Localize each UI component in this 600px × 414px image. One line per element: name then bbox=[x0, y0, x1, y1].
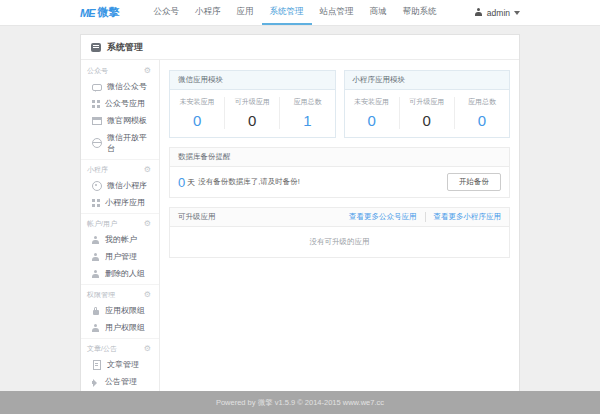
sidebar-item-label: 微信公众号 bbox=[107, 81, 147, 92]
gear-icon[interactable]: ⚙ bbox=[144, 166, 151, 174]
gear-icon[interactable]: ⚙ bbox=[144, 345, 151, 353]
wechat-icon bbox=[92, 84, 102, 91]
stat-card-title: 微信应用模块 bbox=[170, 71, 335, 90]
sidebar-section-header: 小程序⚙ bbox=[81, 160, 159, 177]
stat-metric: 未安装应用0 bbox=[345, 97, 400, 129]
sidebar-item-app-permission-group[interactable]: 应用权限组 bbox=[81, 302, 159, 319]
gear-icon[interactable]: ⚙ bbox=[144, 220, 151, 228]
sidebar-section-header: 文章/公告⚙ bbox=[81, 339, 159, 356]
template-icon bbox=[92, 117, 102, 125]
doc-icon bbox=[93, 360, 101, 370]
sidebar: 公众号⚙微信公众号公众号应用微官网模板微信开放平台小程序⚙微信小程序小程序应用帐… bbox=[81, 60, 160, 414]
stat-metric-value: 0 bbox=[225, 112, 279, 129]
nav-item-apps[interactable]: 应用 bbox=[229, 0, 262, 25]
sidebar-item-label: 我的帐户 bbox=[105, 234, 137, 245]
link-more-official-apps[interactable]: 查看更多公众号应用 bbox=[349, 212, 417, 222]
sidebar-section-title: 帐户/用户 bbox=[87, 219, 117, 229]
person-icon bbox=[92, 253, 100, 261]
stat-card-miniprogram-app-modules: 小程序应用模块未安装应用0可升级应用0应用总数0 bbox=[344, 70, 511, 138]
sidebar-item-miniprogram-apps[interactable]: 小程序应用 bbox=[81, 194, 159, 211]
sidebar-section-title: 小程序 bbox=[87, 165, 108, 175]
page-footer: Powered by 微擎 v1.5.9 © 2014-2015 www.we7… bbox=[0, 391, 600, 414]
sidebar-item-label: 微官网模板 bbox=[107, 115, 147, 126]
sidebar-section-title: 公众号 bbox=[87, 66, 108, 76]
person-icon bbox=[92, 324, 100, 332]
stat-metric-label: 应用总数 bbox=[455, 97, 509, 107]
sidebar-item-article-management[interactable]: 文章管理 bbox=[81, 356, 159, 373]
platform-icon bbox=[92, 138, 102, 148]
app-logo[interactable]: ME 微擎 bbox=[80, 5, 120, 20]
stat-card-body: 未安装应用0可升级应用0应用总数0 bbox=[345, 90, 510, 137]
stat-metric-value: 0 bbox=[170, 112, 224, 129]
backup-days-count: 0 bbox=[178, 175, 185, 190]
nav-item-mall[interactable]: 商城 bbox=[362, 0, 395, 25]
stat-metric-label: 未安装应用 bbox=[170, 97, 224, 107]
stat-metric-value: 0 bbox=[455, 112, 509, 129]
top-navbar: ME 微擎 公众号小程序应用系统管理站点管理商城帮助系统 admin bbox=[0, 0, 600, 26]
apps-icon bbox=[92, 199, 100, 207]
stat-card-title: 小程序应用模块 bbox=[345, 71, 510, 90]
page-container: 系统管理 公众号⚙微信公众号公众号应用微官网模板微信开放平台小程序⚙微信小程序小… bbox=[80, 34, 520, 414]
sidebar-item-label: 应用权限组 bbox=[105, 305, 145, 316]
sidebar-item-user-management[interactable]: 用户管理 bbox=[81, 248, 159, 265]
sidebar-item-wechat-official[interactable]: 微信公众号 bbox=[81, 78, 159, 95]
speaker-icon bbox=[92, 378, 100, 386]
sidebar-section-header: 权限管理⚙ bbox=[81, 285, 159, 302]
main-nav: 公众号小程序应用系统管理站点管理商城帮助系统 bbox=[146, 0, 445, 25]
sidebar-section-title: 权限管理 bbox=[87, 290, 115, 300]
chevron-down-icon bbox=[514, 11, 520, 15]
sidebar-item-label: 文章管理 bbox=[107, 359, 139, 370]
start-backup-button[interactable]: 开始备份 bbox=[447, 173, 501, 191]
backup-panel-title: 数据库备份提醒 bbox=[178, 152, 231, 162]
nav-item-system[interactable]: 系统管理 bbox=[262, 0, 312, 25]
nav-item-official-account[interactable]: 公众号 bbox=[146, 0, 188, 25]
gear-icon[interactable]: ⚙ bbox=[144, 291, 151, 299]
sidebar-item-label: 用户管理 bbox=[105, 251, 137, 262]
footer-text: Powered by 微擎 v1.5.9 © 2014-2015 www.we7… bbox=[216, 398, 384, 408]
logo-mark-icon: ME bbox=[80, 7, 95, 19]
sidebar-item-label: 小程序应用 bbox=[105, 197, 145, 208]
page-title: 系统管理 bbox=[107, 41, 143, 54]
system-manage-icon bbox=[91, 43, 101, 52]
page-title-bar: 系统管理 bbox=[81, 35, 519, 60]
user-menu[interactable]: admin bbox=[474, 8, 520, 18]
sidebar-item-wechat-miniprogram[interactable]: 微信小程序 bbox=[81, 177, 159, 194]
stats-cards-row: 微信应用模块未安装应用0可升级应用0应用总数1小程序应用模块未安装应用0可升级应… bbox=[169, 70, 510, 138]
stat-metric-value: 0 bbox=[345, 112, 399, 129]
upgradable-apps-title: 可升级应用 bbox=[178, 212, 216, 222]
backup-panel: 数据库备份提醒 0 天 没有备份数据库了,请及时备份! 开始备份 bbox=[169, 147, 510, 198]
stat-card-wechat-app-modules: 微信应用模块未安装应用0可升级应用0应用总数1 bbox=[169, 70, 336, 138]
backup-message: 没有备份数据库了,请及时备份! bbox=[198, 177, 300, 187]
upgradable-apps-empty-text: 没有可升级的应用 bbox=[170, 227, 509, 257]
sidebar-item-deleted-user-group[interactable]: 删除的人组 bbox=[81, 265, 159, 282]
gear-icon[interactable]: ⚙ bbox=[144, 67, 151, 75]
upgradable-apps-links: 查看更多公众号应用查看更多小程序应用 bbox=[349, 212, 501, 222]
sidebar-item-my-account[interactable]: 我的帐户 bbox=[81, 231, 159, 248]
lock-icon bbox=[92, 307, 100, 315]
user-name: admin bbox=[487, 8, 510, 18]
link-more-miniprogram-apps[interactable]: 查看更多小程序应用 bbox=[425, 212, 502, 222]
stat-card-body: 未安装应用0可升级应用0应用总数1 bbox=[170, 90, 335, 137]
sidebar-item-label: 删除的人组 bbox=[105, 268, 145, 279]
nav-item-miniprogram[interactable]: 小程序 bbox=[187, 0, 229, 25]
sidebar-section-account-user: 帐户/用户⚙我的帐户用户管理删除的人组 bbox=[81, 214, 159, 285]
stat-metric-value: 0 bbox=[400, 112, 454, 129]
miniprogram-icon bbox=[92, 181, 102, 191]
upgradable-apps-panel: 可升级应用 查看更多公众号应用查看更多小程序应用 没有可升级的应用 bbox=[169, 207, 510, 258]
sidebar-item-official-apps[interactable]: 公众号应用 bbox=[81, 95, 159, 112]
sidebar-item-wechat-open-platform[interactable]: 微信开放平台 bbox=[81, 129, 159, 157]
stat-metric: 可升级应用0 bbox=[400, 97, 455, 129]
sidebar-section-header: 公众号⚙ bbox=[81, 61, 159, 78]
stat-metric-label: 未安装应用 bbox=[345, 97, 399, 107]
person-icon bbox=[92, 270, 100, 278]
sidebar-item-micro-site-template[interactable]: 微官网模板 bbox=[81, 112, 159, 129]
nav-item-help[interactable]: 帮助系统 bbox=[395, 0, 445, 25]
stat-metric-label: 可升级应用 bbox=[225, 97, 279, 107]
stat-metric-label: 可升级应用 bbox=[400, 97, 454, 107]
sidebar-item-user-permission-group[interactable]: 用户权限组 bbox=[81, 319, 159, 336]
sidebar-item-announcement-management[interactable]: 公告管理 bbox=[81, 373, 159, 390]
sidebar-item-label: 公众号应用 bbox=[105, 98, 145, 109]
nav-item-site[interactable]: 站点管理 bbox=[312, 0, 362, 25]
stat-metric: 应用总数1 bbox=[280, 97, 334, 129]
stat-metric-label: 应用总数 bbox=[280, 97, 334, 107]
